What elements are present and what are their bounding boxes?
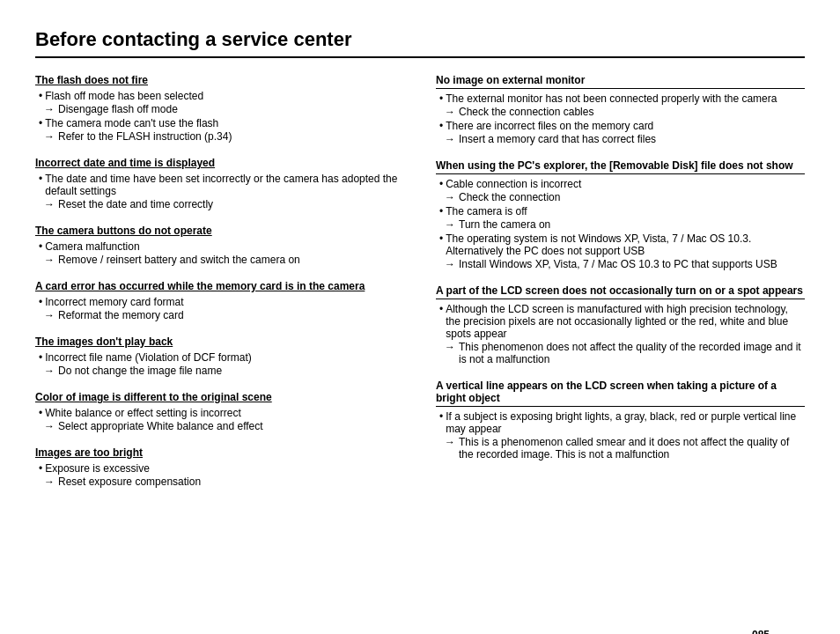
arrow-item: →Select appropriate White balance and ef… bbox=[44, 420, 404, 432]
bullet-text: There are incorrect files on the memory … bbox=[446, 120, 653, 132]
bullet-symbol: • bbox=[39, 407, 42, 419]
section-vertical-line: A vertical line appears on the LCD scree… bbox=[436, 380, 805, 461]
arrow-item: →Refer to the FLASH instruction (p.34) bbox=[44, 130, 404, 143]
arrow-text: Reset the date and time correctly bbox=[58, 198, 213, 210]
bullet-text: The operating system is not Windows XP, … bbox=[446, 232, 805, 257]
arrow-item: →Check the connection bbox=[445, 191, 805, 203]
arrow-symbol: → bbox=[44, 420, 55, 432]
arrow-item: →Check the connection cables bbox=[445, 106, 805, 118]
section-title-lcd-spot: A part of the LCD screen does not occasi… bbox=[436, 284, 805, 299]
section-title-flash: The flash does not fire bbox=[35, 74, 404, 86]
arrow-symbol: → bbox=[44, 130, 55, 143]
arrow-text: Turn the camera on bbox=[459, 218, 550, 231]
section-title-no-image: No image on external monitor bbox=[436, 74, 805, 89]
page-number: 085 bbox=[752, 629, 770, 634]
bullet-text: The camera is off bbox=[446, 205, 527, 217]
bullet-item: •Flash off mode has been selected bbox=[39, 90, 404, 102]
arrow-symbol: → bbox=[445, 436, 455, 448]
content-wrapper: The flash does not fire•Flash off mode h… bbox=[35, 74, 805, 502]
section-title-date-time: Incorrect date and time is displayed bbox=[35, 157, 404, 169]
bullet-symbol: • bbox=[439, 120, 443, 132]
arrow-text: Select appropriate White balance and eff… bbox=[58, 420, 263, 432]
arrow-symbol: → bbox=[44, 365, 55, 377]
bullet-symbol: • bbox=[39, 351, 42, 364]
section-playback: The images don't play back•Incorrect fil… bbox=[35, 335, 404, 377]
section-card-error: A card error has occurred while the memo… bbox=[35, 280, 404, 321]
arrow-symbol: → bbox=[445, 106, 455, 118]
bullet-item: •Camera malfunction bbox=[39, 240, 404, 253]
arrow-item: →Insert a memory card that has correct f… bbox=[445, 133, 805, 145]
arrow-text: Disengage flash off mode bbox=[58, 103, 178, 115]
arrow-symbol: → bbox=[44, 254, 55, 266]
bullet-symbol: • bbox=[39, 296, 42, 308]
bullet-symbol: • bbox=[439, 232, 443, 245]
bullet-text: The external monitor has not been connec… bbox=[446, 92, 777, 105]
section-removable-disk: When using the PC's explorer, the [Remov… bbox=[436, 159, 805, 270]
arrow-text: This is a phenomenon called smear and it… bbox=[459, 436, 805, 461]
section-no-image: No image on external monitor•The externa… bbox=[436, 74, 805, 145]
section-flash: The flash does not fire•Flash off mode h… bbox=[35, 74, 404, 143]
arrow-symbol: → bbox=[445, 191, 455, 203]
arrow-symbol: → bbox=[445, 341, 455, 353]
arrow-item: →Reformat the memory card bbox=[44, 309, 404, 321]
section-title-vertical-line: A vertical line appears on the LCD scree… bbox=[436, 380, 805, 407]
arrow-symbol: → bbox=[445, 133, 455, 145]
bullet-item: •If a subject is exposing bright lights,… bbox=[439, 410, 805, 435]
bullet-text: White balance or effect setting is incor… bbox=[45, 407, 241, 419]
bullet-item: •The camera is off bbox=[439, 205, 805, 217]
bullet-symbol: • bbox=[439, 92, 443, 105]
bullet-text: Although the LCD screen is manufactured … bbox=[446, 303, 805, 340]
bullet-item: •Exposure is excessive bbox=[39, 462, 404, 475]
section-title-color: Color of image is different to the origi… bbox=[35, 391, 404, 403]
section-lcd-spot: A part of the LCD screen does not occasi… bbox=[436, 284, 805, 365]
arrow-item: →Do not change the image file name bbox=[44, 365, 404, 377]
arrow-text: Check the connection bbox=[459, 191, 560, 203]
arrow-item: →Turn the camera on bbox=[445, 218, 805, 231]
bullet-item: •Incorrect memory card format bbox=[39, 296, 404, 308]
arrow-item: →This phenomenon does not affect the qua… bbox=[445, 341, 805, 365]
arrow-text: Refer to the FLASH instruction (p.34) bbox=[58, 130, 232, 143]
page-container: Before contacting a service center The f… bbox=[35, 28, 805, 634]
arrow-symbol: → bbox=[44, 103, 55, 115]
bullet-text: If a subject is exposing bright lights, … bbox=[446, 410, 805, 435]
bullet-text: Flash off mode has been selected bbox=[45, 90, 203, 102]
arrow-text: Install Windows XP, Vista, 7 / Mac OS 10… bbox=[459, 258, 777, 270]
bullet-text: Exposure is excessive bbox=[45, 462, 150, 475]
bullet-item: •The external monitor has not been conne… bbox=[439, 92, 805, 105]
bullet-symbol: • bbox=[439, 178, 443, 190]
section-bright: Images are too bright•Exposure is excess… bbox=[35, 446, 404, 488]
arrow-symbol: → bbox=[44, 309, 55, 321]
bullet-text: Incorrect memory card format bbox=[45, 296, 183, 308]
arrow-item: →Remove / reinsert battery and switch th… bbox=[44, 254, 404, 266]
arrow-item: →Disengage flash off mode bbox=[44, 103, 404, 115]
section-title-playback: The images don't play back bbox=[35, 335, 404, 348]
arrow-symbol: → bbox=[445, 218, 455, 231]
bullet-symbol: • bbox=[39, 462, 42, 475]
bullet-item: •White balance or effect setting is inco… bbox=[39, 407, 404, 419]
bullet-symbol: • bbox=[439, 205, 443, 217]
arrow-text: Insert a memory card that has correct fi… bbox=[459, 133, 656, 145]
arrow-text: This phenomenon does not affect the qual… bbox=[459, 341, 805, 365]
section-title-buttons: The camera buttons do not operate bbox=[35, 225, 404, 237]
bullet-symbol: • bbox=[439, 410, 443, 423]
section-title-bright: Images are too bright bbox=[35, 446, 404, 459]
bullet-text: The date and time have been set incorrec… bbox=[45, 173, 404, 197]
arrow-text: Reformat the memory card bbox=[58, 309, 184, 321]
section-title-removable-disk: When using the PC's explorer, the [Remov… bbox=[436, 159, 805, 174]
arrow-text: Do not change the image file name bbox=[58, 365, 222, 377]
bullet-item: •Cable connection is incorrect bbox=[439, 178, 805, 190]
section-buttons: The camera buttons do not operate•Camera… bbox=[35, 225, 404, 266]
bullet-item: •The date and time have been set incorre… bbox=[39, 173, 404, 197]
arrow-text: Check the connection cables bbox=[459, 106, 593, 118]
arrow-symbol: → bbox=[44, 198, 55, 210]
arrow-item: →Reset exposure compensation bbox=[44, 476, 404, 488]
section-color: Color of image is different to the origi… bbox=[35, 391, 404, 432]
right-column: No image on external monitor•The externa… bbox=[436, 74, 805, 502]
bullet-item: •Incorrect file name (Violation of DCF f… bbox=[39, 351, 404, 364]
bullet-symbol: • bbox=[39, 117, 42, 129]
arrow-text: Remove / reinsert battery and switch the… bbox=[58, 254, 300, 266]
bullet-symbol: • bbox=[439, 303, 443, 315]
bullet-item: •The camera mode can't use the flash bbox=[39, 117, 404, 129]
bullet-text: Camera malfunction bbox=[45, 240, 139, 253]
bullet-item: •Although the LCD screen is manufactured… bbox=[439, 303, 805, 340]
